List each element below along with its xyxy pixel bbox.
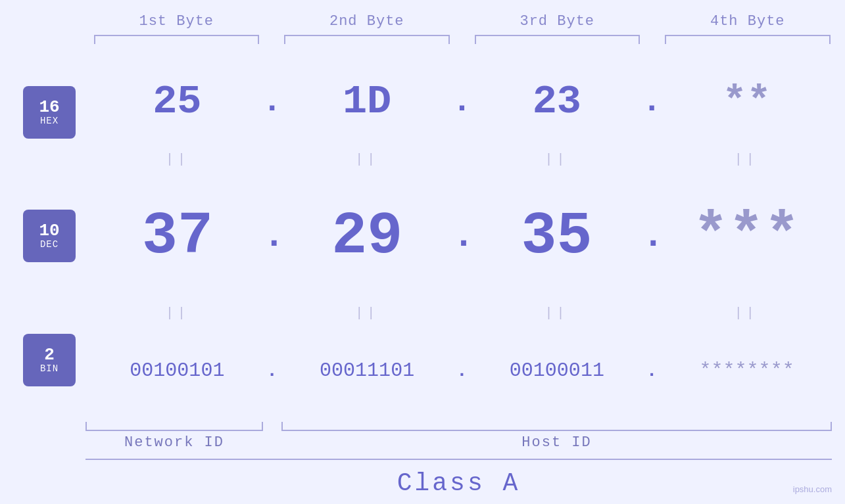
hex-b4: **: [722, 78, 771, 125]
sep-1-b4: ||: [661, 152, 832, 167]
dec-row: 37 . 29 . 35 . ***: [92, 170, 832, 304]
dot-bin-2: .: [452, 361, 472, 381]
badges-column: 16 HEX 10 DEC 2 BIN: [0, 54, 92, 419]
class-label: Class A: [397, 469, 521, 497]
class-section: Class A: [85, 459, 832, 497]
bin-b3: 00100011: [510, 359, 604, 382]
sep-1-b1: ||: [92, 152, 263, 167]
dec-badge: 10 DEC: [23, 210, 76, 262]
bin-b2: 00011101: [320, 359, 414, 382]
main-container: 1st Byte 2nd Byte 3rd Byte 4th Byte 16 H…: [0, 0, 845, 504]
hex-b3: 23: [533, 78, 581, 125]
bin-b4: ********: [700, 359, 794, 382]
dec-b4: ***: [693, 203, 800, 270]
dot-dec-3: .: [642, 216, 661, 257]
hex-b2: 1D: [343, 78, 391, 125]
watermark: ipshu.com: [793, 484, 832, 494]
dot-hex-2: .: [452, 83, 472, 120]
network-id-label: Network ID: [124, 434, 224, 451]
dot-hex-3: .: [642, 83, 662, 120]
dec-b2: 29: [331, 203, 402, 270]
hex-row: 25 . 1D . 23 . **: [92, 54, 832, 150]
dec-b1: 37: [142, 203, 213, 270]
sep-1-b2: ||: [281, 152, 452, 167]
dot-hex-1: .: [262, 83, 282, 120]
host-id-bracket: [281, 422, 832, 431]
hex-b1: 25: [153, 78, 201, 125]
bracket-byte1: [94, 35, 260, 44]
byte1-header: 1st Byte: [91, 13, 263, 30]
bracket-byte4: [665, 35, 831, 44]
bracket-byte3: [475, 35, 640, 44]
byte4-header: 4th Byte: [662, 13, 834, 30]
sep-row-2: || || || ||: [92, 303, 832, 323]
sep-2-b2: ||: [281, 306, 452, 321]
host-id-label: Host ID: [521, 434, 591, 451]
hex-badge: 16 HEX: [23, 86, 76, 139]
bin-badge: 2 BIN: [23, 334, 76, 386]
bin-b1: 00100101: [130, 359, 224, 382]
dot-dec-1: .: [263, 216, 281, 257]
sep-2-b3: ||: [471, 306, 642, 321]
byte3-header: 3rd Byte: [471, 13, 644, 30]
bin-row: 00100101 . 00011101 . 00100011 . *******…: [92, 323, 832, 419]
byte2-header: 2nd Byte: [281, 13, 453, 30]
sep-1-b3: ||: [471, 152, 642, 167]
dot-dec-2: .: [453, 216, 471, 257]
sep-2-b4: ||: [661, 306, 832, 321]
sep-2-b1: ||: [92, 306, 263, 321]
dot-bin-3: .: [642, 361, 662, 381]
dot-bin-1: .: [262, 361, 282, 381]
network-id-bracket: [85, 422, 263, 431]
bracket-byte2: [284, 35, 450, 44]
sep-row-1: || || || ||: [92, 150, 832, 170]
dec-b3: 35: [521, 203, 592, 270]
